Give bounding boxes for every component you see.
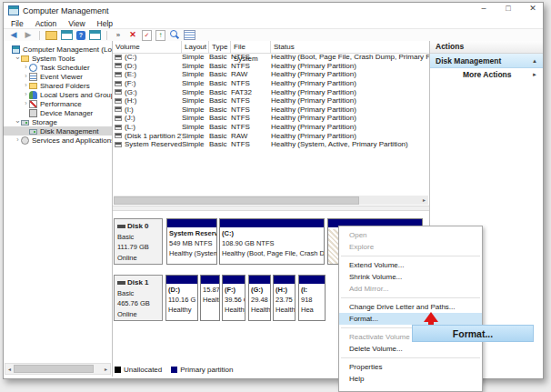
table-row[interactable]: (H:) SimpleBasic NTFSHealthy (Primary Pa… [113,96,429,106]
forward-icon[interactable]: ▶ [23,30,34,40]
more-actions-item[interactable]: More Actions ► [430,68,543,81]
task-scheduler-icon [29,64,37,72]
volume-list-horizontal-scrollbar[interactable]: ► [114,196,428,205]
toolbar: ◀ ▶ ? » ✕ ✓ ↑ [4,28,543,42]
tree-horizontal-scrollbar[interactable]: ◄ ► [5,363,111,375]
menu-item-shrink-volume[interactable]: Shrink Volume... [339,271,482,283]
chevron-right-icon[interactable] [23,63,29,72]
table-row[interactable]: (J:) SimpleBasic NTFSHealthy (Primary Pa… [113,114,429,123]
menu-item-delete-volume[interactable]: Delete Volume... [339,343,482,355]
menu-item-help[interactable]: Help [339,373,482,385]
close-button[interactable]: ✕ [528,4,537,13]
volume-icon [115,89,122,95]
chevron-down-icon[interactable] [15,117,21,126]
menu-item-format[interactable]: Format... [339,313,482,325]
chevron-right-icon[interactable] [23,90,29,99]
scrollbar-thumb[interactable] [14,365,94,373]
menu-view[interactable]: View [68,19,85,28]
menu-action[interactable]: Action [35,19,57,28]
up-arrow-icon[interactable]: ↑ [155,30,165,41]
help-icon[interactable]: ? [76,31,85,40]
folder-up-icon[interactable] [45,31,57,40]
table-row[interactable]: System Reserved (K:) SimpleBasic NTFSHea… [113,140,429,149]
actions-header: Actions [430,41,543,54]
menu-file[interactable]: File [11,19,24,28]
menu-item-properties[interactable]: Properties [339,361,482,373]
collapse-icon[interactable]: ▲ [532,58,537,64]
prompt-icon[interactable]: » [113,30,124,40]
menu-separator [341,256,480,256]
partition-h[interactable]: (H:) 23.75 G Healthy [273,275,296,321]
partition-g[interactable]: (G:) 29.48 G Healthy [248,275,271,321]
volume-icon [115,116,122,121]
column-layout[interactable]: Layout [182,41,209,53]
sidebar-item-task-scheduler[interactable]: Task Scheduler [4,63,112,72]
sidebar-item-device-manager[interactable]: Device Manager [4,108,112,117]
chevron-down-icon[interactable] [15,54,21,63]
scrollbar-thumb[interactable] [114,196,359,205]
storage-icon [21,120,29,126]
console-window-icon[interactable] [89,30,101,40]
pane-splitter[interactable] [113,206,429,211]
column-file-system[interactable]: File System [231,41,271,53]
partition-c[interactable]: (C:) 108.90 GB NTFS Healthy (Boot, Page … [219,218,325,265]
volume-icon [115,55,122,60]
table-row[interactable]: (I:) SimpleBasic NTFSHealthy (Primary Pa… [113,106,429,115]
delete-icon[interactable]: ✕ [127,30,138,40]
chevron-right-icon[interactable] [23,72,29,81]
column-volume[interactable]: Volume [113,41,182,53]
actions-group-disk-management[interactable]: Disk Management ▲ [430,54,543,68]
scroll-left-icon[interactable]: ◄ [5,367,14,372]
local-users-icon [29,91,37,99]
scroll-right-icon[interactable]: ► [420,197,428,203]
table-row[interactable]: (E:) SimpleBasic RAWHealthy (Primary Par… [113,70,429,79]
title-bar[interactable]: Computer Management [4,3,543,18]
disk-1-header[interactable]: Disk 1 Basic 465.76 GB Online [114,275,163,321]
unallocated-swatch [115,367,121,373]
table-row[interactable]: (G:) SimpleBasic FAT32Healthy (Primary P… [113,87,429,96]
column-type[interactable]: Type [209,41,231,53]
console-tree-icon[interactable] [61,30,73,40]
partition-system-reserved[interactable]: System Reserve 549 MB NTFS Healthy (Syst… [166,218,217,265]
details-icon[interactable] [184,30,195,40]
sidebar-item-event-viewer[interactable]: Event Viewer [4,72,112,81]
partition-i[interactable]: (I: 918 Hea [298,275,326,321]
sidebar-item-storage[interactable]: Storage [4,117,112,126]
table-row[interactable]: (C:) SimpleBasic NTFSHealthy (Boot, Page… [113,53,429,62]
table-row[interactable]: (D:) SimpleBasic NTFSHealthy (Primary Pa… [113,62,429,71]
menu-item-extend-volume[interactable]: Extend Volume... [339,259,482,271]
sidebar-item-disk-management[interactable]: Disk Management [4,126,112,136]
minimize-button[interactable]: – [479,4,488,13]
menu-separator [341,297,480,298]
chevron-right-icon[interactable] [23,99,29,108]
partition-color-bar [274,276,295,286]
check-doc-icon[interactable]: ✓ [142,30,152,41]
performance-icon [29,100,37,108]
back-icon[interactable]: ◀ [8,30,19,40]
table-row[interactable]: (F:) SimpleBasic NTFSHealthy (Primary Pa… [113,79,429,88]
maximize-button[interactable]: □ [504,4,513,13]
chevron-right-icon[interactable] [23,81,29,90]
desktop-background: Computer Management – □ ✕ File Action Vi… [0,0,551,392]
console-tree-pane: Computer Management (Local System Tools … [4,41,113,377]
table-row[interactable]: (Disk 1 partition 2) SimpleBasic RAWHeal… [113,131,429,140]
partition-d[interactable]: (D:) 110.16 G Healthy [165,275,198,321]
volume-icon [115,125,122,130]
partition-e[interactable]: 15.87 ( Health [200,275,220,321]
table-row[interactable]: (L:) SimpleBasic NTFSHealthy (Primary Pa… [113,123,429,132]
sidebar-item-computer-management[interactable]: Computer Management (Local [4,45,112,54]
sidebar-item-system-tools[interactable]: System Tools [4,54,112,63]
chevron-right-icon[interactable] [15,136,21,145]
scroll-right-icon[interactable]: ► [102,367,110,372]
partition-f[interactable]: (F:) 39.56 G Healthy [222,275,245,321]
sidebar-item-performance[interactable]: Performance [4,99,112,108]
sidebar-item-local-users-and-groups[interactable]: Local Users and Groups [4,90,112,99]
sidebar-item-shared-folders[interactable]: Shared Folders [4,81,112,90]
disk-0-header[interactable]: Disk 0 Basic 111.79 GB Online [114,218,163,265]
column-status[interactable]: Status [271,41,429,53]
menu-item-change-drive-letter[interactable]: Change Drive Letter and Paths... [339,301,482,313]
sidebar-item-services-and-applications[interactable]: Services and Applications [4,136,112,145]
menu-help[interactable]: Help [97,19,113,28]
search-icon[interactable] [169,30,180,40]
submenu-arrow-icon: ► [532,72,537,77]
